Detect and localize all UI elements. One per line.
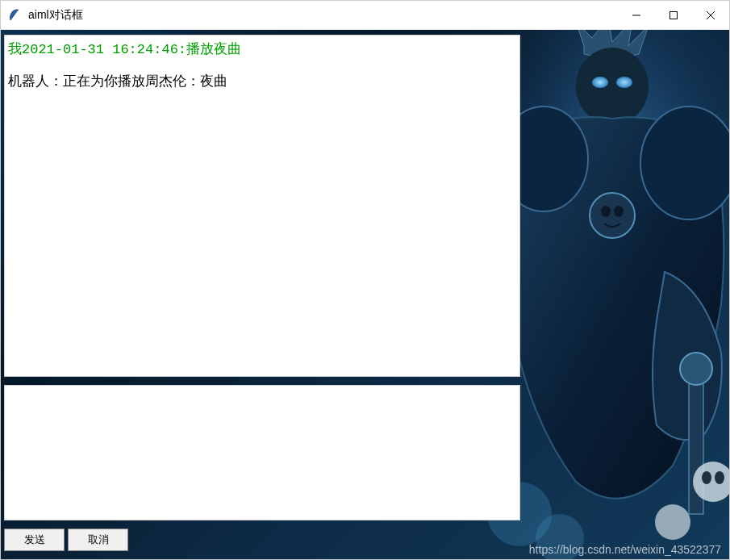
app-body: 我2021-01-31 16:24:46:播放夜曲 机器人：正在为你播放周杰伦：…: [1, 30, 729, 559]
cancel-button[interactable]: 取消: [68, 529, 128, 551]
user-timestamp: 2021-01-31 16:24:46:: [22, 42, 186, 57]
svg-point-15: [680, 353, 712, 385]
svg-point-17: [702, 471, 711, 484]
svg-point-10: [640, 107, 729, 219]
svg-point-7: [592, 77, 608, 88]
user-prefix: 我: [8, 42, 22, 57]
svg-point-6: [576, 48, 649, 125]
close-button[interactable]: [692, 1, 729, 29]
svg-point-11: [590, 193, 635, 238]
app-window: aiml对话框: [0, 0, 730, 560]
svg-point-18: [715, 471, 724, 484]
maximize-button[interactable]: [655, 1, 692, 29]
svg-point-12: [601, 206, 611, 217]
window-title: aiml对话框: [28, 8, 618, 23]
minimize-button[interactable]: [618, 1, 655, 29]
feather-icon: [7, 8, 22, 23]
titlebar: aiml对话框: [1, 1, 729, 30]
svg-rect-14: [689, 369, 703, 514]
chat-bot-line: 机器人：正在为你播放周杰伦：夜曲: [8, 70, 516, 92]
send-button[interactable]: 发送: [4, 529, 65, 551]
svg-point-19: [655, 504, 690, 540]
button-row: 发送 取消: [4, 529, 128, 551]
chat-display[interactable]: 我2021-01-31 16:24:46:播放夜曲 机器人：正在为你播放周杰伦：…: [4, 35, 520, 377]
bot-prefix: 机器人：: [8, 73, 63, 89]
svg-point-8: [616, 77, 632, 88]
watermark-text: https://blog.csdn.net/weixin_43522377: [529, 543, 721, 556]
window-controls: [618, 1, 729, 29]
svg-point-13: [614, 206, 624, 217]
chat-user-line: 我2021-01-31 16:24:46:播放夜曲: [8, 39, 516, 61]
user-message: 播放夜曲: [186, 42, 241, 57]
chat-input[interactable]: [4, 385, 520, 520]
svg-rect-2: [670, 11, 678, 19]
svg-point-16: [693, 462, 729, 502]
bot-message: 正在为你播放周杰伦：夜曲: [63, 73, 227, 89]
